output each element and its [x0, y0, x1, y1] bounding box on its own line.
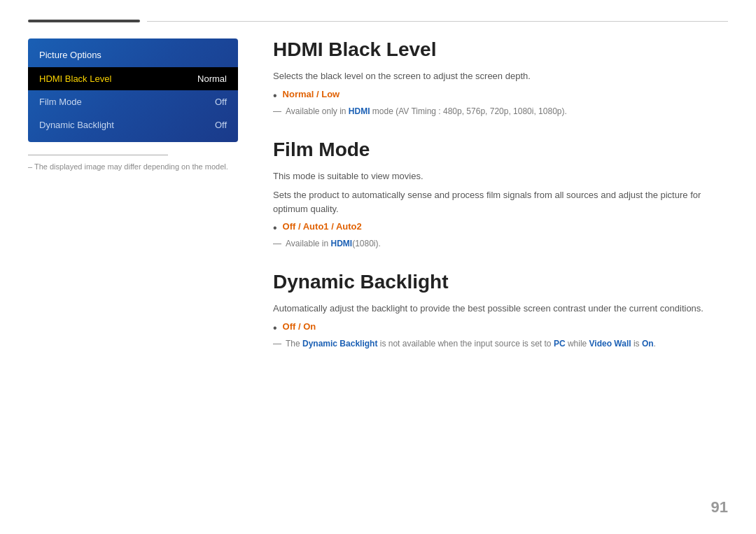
- note-keyword2: PC: [554, 339, 566, 349]
- dynamic-backlight-title: Dynamic Backlight: [273, 271, 728, 293]
- menu-item-value: Normal: [197, 73, 227, 84]
- dynamic-backlight-bullet: • Off / On: [273, 321, 728, 335]
- menu-item-value: Off: [215, 120, 227, 130]
- film-mode-title: Film Mode: [273, 139, 728, 161]
- film-mode-note: — Available in HDMI(1080i).: [273, 237, 728, 250]
- dynamic-backlight-note: — The Dynamic Backlight is not available…: [273, 337, 728, 350]
- section-hdmi-black-level: HDMI Black Level Selects the black level…: [273, 38, 728, 118]
- hdmi-black-level-desc: Selects the black level on the screen to…: [273, 69, 728, 83]
- note-text: The Dynamic Backlight is not available w…: [286, 337, 656, 350]
- right-content: HDMI Black Level Selects the black level…: [273, 38, 728, 371]
- note-middle2: while: [566, 339, 589, 349]
- note-text: Available only in HDMI mode (AV Timing :…: [286, 105, 567, 118]
- menu-item-label: Dynamic Backlight: [39, 120, 114, 130]
- dynamic-backlight-desc: Automatically adjust the backlight to pr…: [273, 302, 728, 316]
- menu-item-label: HDMI Black Level: [39, 73, 111, 84]
- section-dynamic-backlight: Dynamic Backlight Automatically adjust t…: [273, 271, 728, 350]
- note-dash: —: [273, 337, 281, 350]
- left-footnote: – The displayed image may differ dependi…: [28, 162, 238, 171]
- page-number: 91: [711, 498, 728, 517]
- note-end: .: [654, 339, 656, 349]
- menu-item-value: Off: [215, 97, 227, 107]
- note-middle: is not available when the input source i…: [377, 339, 553, 349]
- hdmi-black-level-bullet: • Normal / Low: [273, 89, 728, 102]
- note-suffix2: is: [631, 339, 642, 349]
- film-mode-desc2: Sets the product to automatically sense …: [273, 188, 728, 216]
- note-prefix: Available only in: [286, 106, 349, 116]
- left-panel: Picture Options HDMI Black Level Normal …: [28, 38, 238, 171]
- bullet-dot: •: [273, 221, 277, 234]
- note-prefix: Available in: [286, 239, 331, 248]
- top-bar-dark: [28, 20, 140, 22]
- film-mode-desc1: This mode is suitable to view movies.: [273, 169, 728, 183]
- hdmi-black-level-title: HDMI Black Level: [273, 38, 728, 61]
- bullet-dot: •: [273, 321, 277, 335]
- bullet-dot: •: [273, 89, 277, 102]
- note-suffix: mode (AV Timing : 480p, 576p, 720p, 1080…: [370, 106, 567, 116]
- note-keyword: HDMI: [349, 106, 370, 116]
- menu-item-film-mode[interactable]: Film Mode Off: [28, 90, 238, 113]
- menu-item-label: Film Mode: [39, 97, 82, 107]
- film-mode-bullet: • Off / Auto1 / Auto2: [273, 221, 728, 234]
- note-dash: —: [273, 105, 281, 118]
- top-bar-light: [147, 21, 728, 22]
- film-mode-options: Off / Auto1 / Auto2: [283, 221, 362, 232]
- section-film-mode: Film Mode This mode is suitable to view …: [273, 139, 728, 251]
- hdmi-black-level-note: — Available only in HDMI mode (AV Timing…: [273, 105, 728, 118]
- note-dash: —: [273, 237, 281, 250]
- note-keyword3: Video Wall: [589, 339, 631, 349]
- note-text: Available in HDMI(1080i).: [286, 237, 381, 250]
- left-divider: [28, 155, 168, 155]
- picture-options-menu: Picture Options HDMI Black Level Normal …: [28, 38, 238, 142]
- menu-item-hdmi-black-level[interactable]: HDMI Black Level Normal: [28, 67, 238, 90]
- hdmi-black-level-options: Normal / Low: [283, 89, 340, 99]
- note-keyword1: Dynamic Backlight: [302, 339, 377, 349]
- note-suffix: (1080i).: [352, 239, 381, 248]
- top-bar-area: [0, 20, 756, 22]
- note-keyword4: On: [642, 339, 654, 349]
- menu-item-dynamic-backlight[interactable]: Dynamic Backlight Off: [28, 113, 238, 136]
- note-prefix: The: [286, 339, 302, 349]
- menu-title: Picture Options: [28, 44, 238, 67]
- note-keyword: HDMI: [331, 239, 353, 248]
- dynamic-backlight-options: Off / On: [283, 321, 316, 332]
